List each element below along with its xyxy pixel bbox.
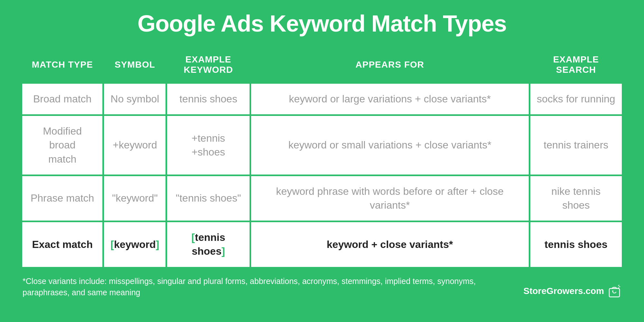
symbol-cell: [keyword]	[104, 222, 166, 267]
svg-line-5	[618, 288, 619, 288]
svg-point-1	[612, 290, 613, 292]
match-type-cell: Exact match	[22, 222, 102, 267]
symbol-cell: +keyword	[104, 116, 166, 175]
match-type-cell: Phrase match	[22, 176, 102, 221]
appears-for-cell: keyword phrase with words before or afte…	[251, 176, 529, 221]
example-search-cell: nike tennis shoes	[530, 176, 622, 221]
match-type-cell: Modified broad match	[22, 116, 102, 175]
col-header-match-type: MATCH TYPE	[22, 47, 102, 82]
symbol-cell: "keyword"	[104, 176, 166, 221]
main-table-container: MATCH TYPE SYMBOL EXAMPLEKEYWORD APPEARS…	[19, 44, 625, 270]
table-row: Phrase match"keyword""tennis shoes"keywo…	[22, 176, 622, 221]
bag-icon	[607, 284, 621, 298]
col-header-appears-for: APPEARS FOR	[251, 47, 529, 82]
keyword-match-table: MATCH TYPE SYMBOL EXAMPLEKEYWORD APPEARS…	[21, 46, 623, 269]
example-search-cell: tennis trainers	[530, 116, 622, 175]
symbol-cell: No symbol	[104, 84, 166, 114]
keyword-cell: +tennis +shoes	[167, 116, 249, 175]
appears-for-cell: keyword or large variations + close vari…	[251, 84, 529, 114]
page-title: Google Ads Keyword Match Types	[125, 0, 519, 44]
footnote-area: *Close variants include: misspellings, s…	[19, 270, 625, 298]
table-row: Modified broad match+keyword+tennis +sho…	[22, 116, 622, 175]
appears-for-cell: keyword or small variations + close vari…	[251, 116, 529, 175]
keyword-cell: tennis shoes	[167, 84, 249, 114]
col-header-example-search: EXAMPLESEARCH	[530, 47, 622, 82]
example-search-cell: tennis shoes	[530, 222, 622, 267]
svg-line-3	[618, 285, 619, 286]
brand-text: StoreGrowers.com	[523, 286, 604, 296]
keyword-cell: "tennis shoes"	[167, 176, 249, 221]
footnote-text: *Close variants include: misspellings, s…	[23, 276, 506, 298]
svg-line-4	[619, 287, 620, 287]
table-row: Broad matchNo symboltennis shoeskeyword …	[22, 84, 622, 114]
col-header-symbol: SYMBOL	[104, 47, 166, 82]
col-header-keyword: EXAMPLEKEYWORD	[167, 47, 249, 82]
example-search-cell: socks for running	[530, 84, 622, 114]
keyword-cell: [tennis shoes]	[167, 222, 249, 267]
brand-label: StoreGrowers.com	[523, 284, 621, 298]
match-type-cell: Broad match	[22, 84, 102, 114]
appears-for-cell: keyword + close variants*	[251, 222, 529, 267]
table-row: Exact match[keyword][tennis shoes]keywor…	[22, 222, 622, 267]
